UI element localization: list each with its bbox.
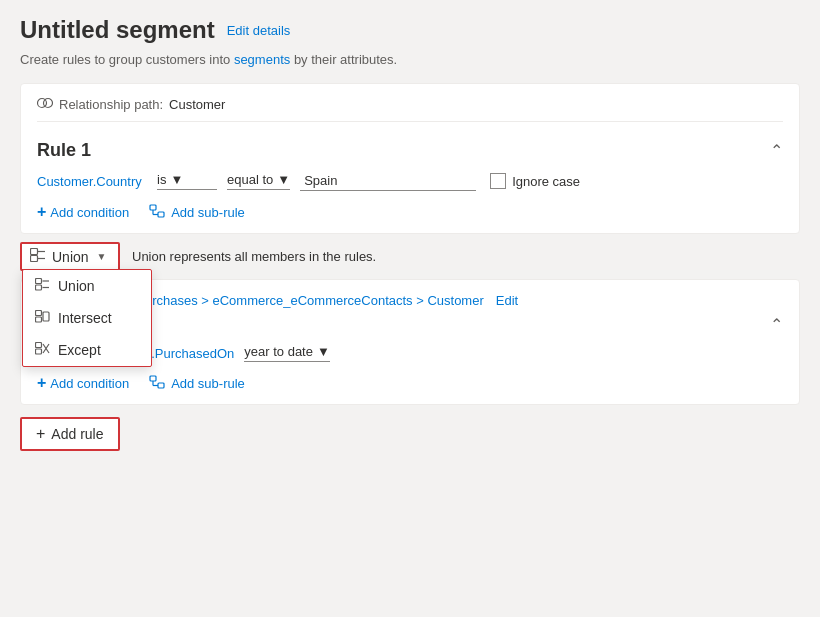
svg-rect-15 xyxy=(36,317,42,322)
edit-details-link[interactable]: Edit details xyxy=(227,23,291,38)
svg-rect-2 xyxy=(150,205,156,210)
ignore-case-wrapper: Ignore case xyxy=(490,173,580,189)
rule2-add-subrule-button[interactable]: Add sub-rule xyxy=(149,375,245,392)
rule2-add-subrule-label: Add sub-rule xyxy=(171,376,245,391)
operator-option-except-label: Except xyxy=(58,342,101,358)
union-icon xyxy=(35,278,50,294)
rule1-add-condition-plus-icon: + xyxy=(37,203,46,221)
svg-rect-3 xyxy=(158,212,164,217)
page-title: Untitled segment xyxy=(20,16,215,44)
rule2-add-condition-button[interactable]: + Add condition xyxy=(37,374,129,392)
operator-option-intersect-label: Intersect xyxy=(58,310,112,326)
rule1-comparator-select[interactable]: equal to ▼ xyxy=(227,172,290,190)
divider xyxy=(37,121,783,122)
add-rule-button[interactable]: + Add rule xyxy=(20,417,120,451)
svg-rect-7 xyxy=(31,256,38,262)
rule1-value-input[interactable] xyxy=(300,171,476,191)
svg-rect-23 xyxy=(150,376,156,381)
relationship-icon xyxy=(37,96,53,113)
rule2-add-subrule-icon xyxy=(149,375,165,392)
svg-rect-16 xyxy=(43,312,49,321)
rule2-comparator-value: year to date xyxy=(244,344,313,359)
operator-dropdown[interactable]: Union ▼ Union xyxy=(20,242,120,271)
operator-option-union-label: Union xyxy=(58,278,95,294)
rule1-add-subrule-button[interactable]: Add sub-rule xyxy=(149,204,245,221)
operator-row: Union ▼ Union xyxy=(20,242,800,271)
svg-rect-6 xyxy=(31,249,38,255)
rule1-title: Rule 1 xyxy=(37,140,91,161)
rule2-add-condition-plus-icon: + xyxy=(37,374,46,392)
operator-description: Union represents all members in the rule… xyxy=(132,249,376,264)
page-container: Untitled segment Edit details Create rul… xyxy=(0,0,820,467)
ignore-case-checkbox[interactable] xyxy=(490,173,506,189)
add-rule-plus-icon: + xyxy=(36,425,45,443)
operator-dropdown-menu: Union Intersect xyxy=(22,269,152,367)
rule1-card: Relationship path: Customer Rule 1 ⌃ Cus… xyxy=(20,83,800,234)
intersect-icon xyxy=(35,310,50,326)
operator-option-except[interactable]: Except xyxy=(23,334,151,366)
rule2-comparator-select[interactable]: year to date ▼ xyxy=(244,344,330,362)
rule1-condition-attr: Customer.Country xyxy=(37,174,147,189)
rule2-collapse-icon[interactable]: ⌃ xyxy=(770,315,783,334)
rule2-add-condition-label: Add condition xyxy=(50,376,129,391)
rule1-add-row: + Add condition Add sub-rule xyxy=(37,203,783,221)
page-subtitle: Create rules to group customers into seg… xyxy=(20,52,800,67)
rule2-relationship-edit-link[interactable]: Edit xyxy=(496,293,518,308)
svg-point-1 xyxy=(44,99,53,108)
rule1-condition-row: Customer.Country is ▼ equal to ▼ Ignore … xyxy=(37,171,783,191)
rule1-comparator-chevron: ▼ xyxy=(277,172,290,187)
page-header: Untitled segment Edit details xyxy=(20,16,800,44)
rule2-add-row: + Add condition Add sub-rule xyxy=(37,374,783,392)
rule1-collapse-icon[interactable]: ⌃ xyxy=(770,141,783,160)
relationship-value: Customer xyxy=(169,97,225,112)
svg-rect-18 xyxy=(36,349,42,354)
rule2-comparator-chevron: ▼ xyxy=(317,344,330,359)
operator-option-union[interactable]: Union xyxy=(23,270,151,302)
operator-dropdown-icon xyxy=(30,248,46,265)
rule1-add-subrule-icon xyxy=(149,204,165,221)
rule1-add-condition-button[interactable]: + Add condition xyxy=(37,203,129,221)
svg-rect-24 xyxy=(158,383,164,388)
rule1-operator-select[interactable]: is ▼ xyxy=(157,172,217,190)
svg-rect-17 xyxy=(36,343,42,348)
svg-rect-14 xyxy=(36,311,42,316)
svg-rect-10 xyxy=(36,279,42,284)
except-icon xyxy=(35,342,50,358)
rule1-operator-value: is xyxy=(157,172,166,187)
operator-dropdown-label: Union xyxy=(52,249,89,265)
rule1-add-subrule-label: Add sub-rule xyxy=(171,205,245,220)
relationship-label: Relationship path: xyxy=(59,97,163,112)
rule1-comparator-value: equal to xyxy=(227,172,273,187)
rule1-header: Rule 1 ⌃ xyxy=(37,130,783,171)
relationship-bar: Relationship path: Customer xyxy=(37,96,783,113)
ignore-case-label: Ignore case xyxy=(512,174,580,189)
rule1-add-condition-label: Add condition xyxy=(50,205,129,220)
rule1-operator-chevron: ▼ xyxy=(170,172,183,187)
operator-option-intersect[interactable]: Intersect xyxy=(23,302,151,334)
add-rule-label: Add rule xyxy=(51,426,103,442)
operator-dropdown-chevron: ▼ xyxy=(97,251,107,262)
svg-rect-11 xyxy=(36,285,42,290)
